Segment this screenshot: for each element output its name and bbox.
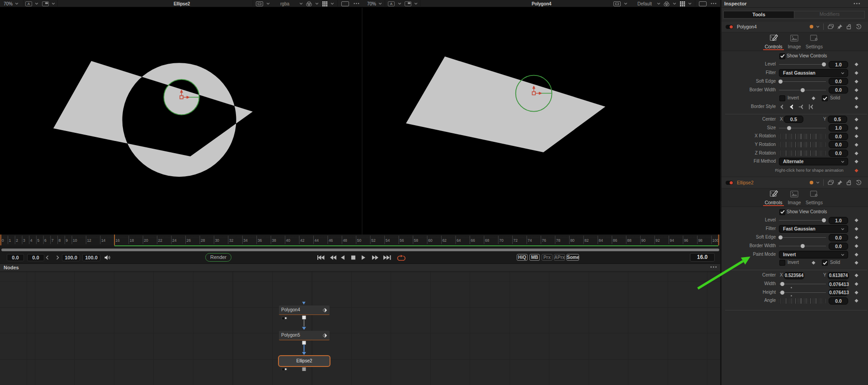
svg-text:66: 66 bbox=[471, 238, 475, 243]
svg-text:54: 54 bbox=[386, 238, 390, 243]
svg-text:70: 70 bbox=[499, 238, 504, 243]
svg-text:76: 76 bbox=[542, 238, 547, 243]
svg-text:82: 82 bbox=[585, 238, 589, 243]
svg-text:7: 7 bbox=[52, 238, 54, 243]
svg-text:80: 80 bbox=[570, 238, 575, 243]
svg-text:0: 0 bbox=[2, 238, 4, 243]
svg-text:60: 60 bbox=[428, 238, 433, 243]
svg-text:96: 96 bbox=[684, 238, 689, 243]
svg-text:58: 58 bbox=[414, 238, 419, 243]
svg-text:90: 90 bbox=[642, 238, 646, 243]
svg-text:52: 52 bbox=[371, 238, 376, 243]
svg-text:30: 30 bbox=[215, 238, 219, 243]
svg-text:14: 14 bbox=[101, 238, 106, 243]
svg-text:10: 10 bbox=[73, 238, 77, 243]
svg-text:56: 56 bbox=[400, 238, 404, 243]
svg-text:3: 3 bbox=[23, 238, 25, 243]
svg-text:6: 6 bbox=[44, 238, 47, 243]
svg-text:24: 24 bbox=[172, 238, 177, 243]
svg-text:62: 62 bbox=[442, 238, 447, 243]
svg-text:86: 86 bbox=[613, 238, 618, 243]
svg-text:20: 20 bbox=[144, 238, 148, 243]
svg-text:26: 26 bbox=[187, 238, 191, 243]
svg-text:34: 34 bbox=[243, 238, 248, 243]
svg-text:36: 36 bbox=[258, 238, 262, 243]
svg-text:38: 38 bbox=[272, 238, 276, 243]
svg-text:48: 48 bbox=[343, 238, 347, 243]
svg-text:64: 64 bbox=[457, 238, 461, 243]
svg-text:98: 98 bbox=[698, 238, 703, 243]
svg-text:42: 42 bbox=[300, 238, 305, 243]
svg-text:68: 68 bbox=[485, 238, 490, 243]
svg-text:9: 9 bbox=[66, 238, 68, 243]
svg-text:88: 88 bbox=[627, 238, 632, 243]
svg-text:1: 1 bbox=[9, 238, 11, 243]
svg-text:18: 18 bbox=[130, 238, 134, 243]
svg-text:78: 78 bbox=[556, 238, 561, 243]
svg-text:22: 22 bbox=[158, 238, 163, 243]
svg-text:72: 72 bbox=[514, 238, 518, 243]
svg-text:46: 46 bbox=[329, 238, 333, 243]
svg-text:32: 32 bbox=[229, 238, 234, 243]
svg-text:8: 8 bbox=[59, 238, 61, 243]
svg-text:92: 92 bbox=[656, 238, 660, 243]
svg-text:50: 50 bbox=[357, 238, 362, 243]
svg-text:4: 4 bbox=[30, 238, 33, 243]
svg-text:74: 74 bbox=[528, 238, 532, 243]
svg-text:2: 2 bbox=[16, 238, 18, 243]
svg-text:12: 12 bbox=[87, 238, 91, 243]
svg-text:40: 40 bbox=[286, 238, 291, 243]
svg-text:5: 5 bbox=[37, 238, 39, 243]
svg-text:16: 16 bbox=[115, 238, 120, 243]
svg-text:44: 44 bbox=[315, 238, 319, 243]
svg-text:94: 94 bbox=[670, 238, 675, 243]
svg-text:84: 84 bbox=[599, 238, 603, 243]
svg-text:28: 28 bbox=[201, 238, 205, 243]
